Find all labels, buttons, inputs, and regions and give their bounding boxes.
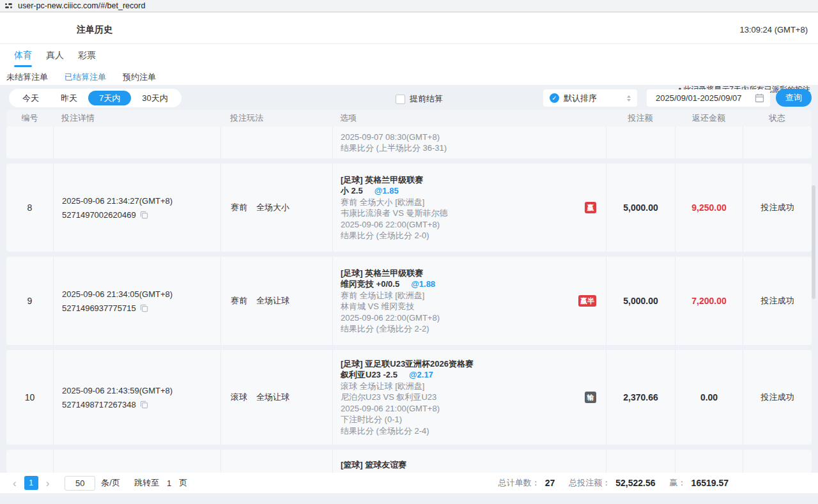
total-win-label: 赢：	[670, 477, 686, 489]
play-phase: 赛前	[231, 295, 247, 307]
option-line: 结果比分 (全场比分 2-0)	[341, 230, 576, 241]
browser-url-bar[interactable]: user-pc-new.ciiicc.com/#/bet_record	[0, 0, 818, 12]
col-header-option: 选项	[332, 110, 606, 126]
filter-7days[interactable]: 7天内	[88, 91, 131, 105]
bet-no: 9	[6, 257, 53, 345]
jump-page-number[interactable]: 1	[167, 478, 171, 488]
filter-today[interactable]: 今天	[12, 91, 50, 105]
sort-select[interactable]: ✓ 默认排序	[543, 89, 637, 107]
play-phase: 滚球	[231, 392, 247, 403]
bet-table: 编号 投注详情 投注玩法 选项 投注额 返还金额 状态 2025-09-07 0…	[6, 110, 812, 473]
option-line: 2025-09-06 21:00(GMT+8)	[341, 403, 576, 415]
play-market: 全场大小	[256, 202, 289, 213]
option-line: 结果比分 (上半场比分 36-31)	[341, 142, 576, 154]
option-line: 滚球 全场让球 [欧洲盘]	[341, 381, 576, 392]
bet-status: 投注成功	[743, 164, 812, 252]
league-name: [足球] 英格兰甲级联赛	[341, 268, 576, 279]
col-header-status: 状态	[743, 110, 812, 126]
option-line: 韦康比流浪者 VS 曼斯菲尔德	[341, 208, 576, 219]
next-page-button[interactable]: ›	[43, 478, 52, 489]
table-row-partial-top: 2025-09-07 08:30(GMT+8) 结果比分 (上半场比分 36-3…	[6, 126, 812, 158]
tab-live[interactable]: 真人	[46, 50, 64, 67]
pick-selection: 维冈竞技 +0/0.5	[341, 279, 399, 289]
table-row: 9 2025-09-06 21:34:05(GMT+8) 52714969377…	[6, 257, 812, 345]
payout-amount: 7,200.00	[675, 257, 743, 345]
col-header-payout: 返还金额	[675, 110, 743, 126]
result-badge-win: 赢	[585, 202, 596, 213]
stake-amount: 2,370.66	[606, 350, 675, 445]
date-range-value: 2025/09/01-2025/09/07	[656, 93, 741, 103]
bet-status: 投注成功	[743, 350, 812, 445]
bet-time: 2025-09-06 21:43:59(GMT+8)	[62, 386, 220, 395]
col-header-play: 投注玩法	[220, 110, 332, 126]
filter-yesterday[interactable]: 昨天	[50, 91, 88, 105]
per-page-label: 条/页	[101, 477, 120, 489]
pick-odds: @1.85	[374, 186, 399, 195]
total-stake-label: 总投注额：	[569, 477, 610, 489]
copy-icon[interactable]	[140, 211, 148, 219]
option-line: 下注时比分 (0-1)	[341, 414, 576, 425]
option-line: 结果比分 (全场比分 2-2)	[341, 323, 576, 335]
summary-totals: 总计单数： 27 总投注额： 52,522.56 赢： 16519.57	[498, 477, 729, 489]
result-badge-lose: 输	[585, 392, 596, 403]
total-stake-value: 52,522.56	[615, 478, 655, 488]
play-market: 全场让球	[256, 295, 289, 307]
league-name: [篮球] 篮球友谊赛	[341, 459, 576, 471]
early-settle-checkbox[interactable]	[396, 95, 405, 104]
payout-amount: 0.00	[675, 350, 743, 445]
early-settle-label: 提前结算	[410, 93, 443, 105]
page-word-label: 页	[179, 477, 187, 489]
bet-no: 10	[6, 350, 53, 445]
bet-ticket-number: 5271496937775715	[62, 303, 136, 313]
bet-ticket-number: 5271497002620469	[62, 210, 136, 220]
copy-icon[interactable]	[140, 304, 148, 312]
sort-arrows-icon	[627, 95, 631, 102]
check-circle-icon: ✓	[550, 93, 559, 103]
result-badge-half-win: 赢半	[578, 295, 596, 307]
copy-icon[interactable]	[140, 401, 148, 409]
option-line: 赛前 全场让球 [欧洲盘]	[341, 290, 576, 302]
page-url: user-pc-new.ciiicc.com/#/bet_record	[18, 1, 145, 10]
bet-time: 2025-09-06 21:34:05(GMT+8)	[62, 289, 220, 299]
table-footer: ‹ 1 › 条/页 跳转至 1 页 总计单数： 27 总投注额： 52,522.…	[0, 473, 818, 493]
vertical-scrollbar-thumb[interactable]	[812, 185, 815, 299]
stake-amount: 5,000.00	[606, 257, 675, 345]
option-line: 2025-09-06 22:00(GMT+8)	[341, 312, 576, 324]
bet-status: 投注成功	[743, 257, 812, 345]
pick-selection: 小 2.5	[341, 186, 363, 195]
bet-time: 2025-09-06 21:34:27(GMT+8)	[62, 196, 220, 206]
current-page-button[interactable]: 1	[24, 476, 38, 490]
option-line: 2025-09-07 08:30(GMT+8)	[341, 132, 576, 143]
table-row: 10 2025-09-06 21:43:59(GMT+8) 5271498717…	[6, 350, 812, 445]
option-line: 尼泊尔U23 VS 叙利亚U23	[341, 392, 576, 403]
query-button[interactable]: 查询	[776, 89, 812, 107]
prev-page-button[interactable]: ‹	[10, 478, 19, 489]
date-range-picker[interactable]: 2025/09/01-2025/09/07	[647, 89, 770, 107]
play-phase: 赛前	[231, 202, 247, 213]
tab-sports[interactable]: 体育	[14, 50, 32, 67]
league-name: [足球] 亚足联U23亚洲杯2026资格赛	[341, 358, 576, 370]
table-row: 8 2025-09-06 21:34:27(GMT+8) 52714970026…	[6, 164, 812, 252]
total-win-value: 16519.57	[691, 478, 729, 488]
sort-selected-value: 默认排序	[564, 93, 597, 104]
tab-lottery[interactable]: 彩票	[78, 50, 96, 67]
stake-amount: 5,000.00	[606, 164, 675, 252]
tab-switcher-icon	[5, 3, 12, 8]
option-line: 结果比分 (全场比分 2-4)	[341, 425, 576, 437]
pick-selection: 叙利亚U23 -2.5	[341, 370, 397, 379]
filter-30days[interactable]: 30天内	[131, 91, 178, 105]
table-header-row: 编号 投注详情 投注玩法 选项 投注额 返还金额 状态	[6, 110, 812, 126]
payout-amount: 9,250.00	[675, 164, 743, 252]
bet-record-page: user-pc-new.ciiicc.com/#/bet_record 注单历史…	[0, 0, 818, 504]
page-size-input[interactable]	[65, 476, 95, 491]
col-header-no: 编号	[6, 110, 53, 126]
league-name: [足球] 英格兰甲级联赛	[341, 174, 576, 186]
total-count-value: 27	[545, 478, 555, 488]
col-header-detail: 投注详情	[53, 110, 220, 126]
option-line: 赛前 全场大小 [欧洲盘]	[341, 197, 576, 208]
category-tabs: 体育 真人 彩票	[14, 50, 96, 67]
page-title: 注单历史	[77, 24, 112, 36]
server-time: 13:09:24 (GMT+8)	[739, 25, 808, 34]
option-line: 林肯城 VS 维冈竞技	[341, 301, 576, 312]
bet-no: 8	[6, 164, 53, 252]
